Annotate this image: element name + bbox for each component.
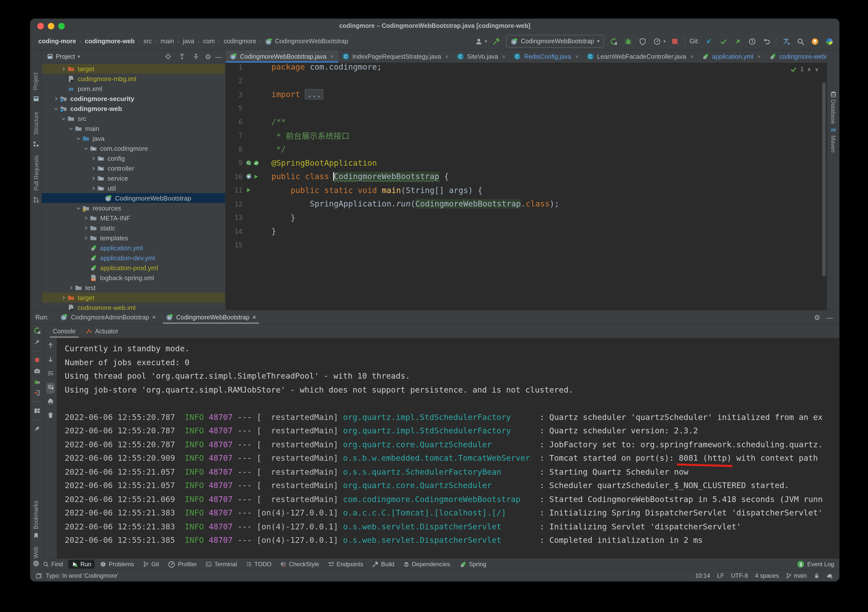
close-tab-icon[interactable]: × [690,53,694,60]
tool-window-button-endpoints[interactable]: Endpoints [325,560,367,569]
close-tab-icon[interactable]: × [330,53,334,60]
tree-chevron-icon[interactable] [75,205,82,211]
tree-chevron-icon[interactable] [67,285,74,291]
tree-item-controller[interactable]: controller [42,163,225,173]
stripe-button-project[interactable]: Project [30,70,41,102]
editor-scrollbar[interactable] [822,83,826,277]
breadcrumb-item[interactable]: codingmore-web [85,38,135,45]
tool-window-button-problems[interactable]: Problems [97,560,138,569]
stripe-button-web[interactable]: Web [30,548,41,567]
tree-item-config[interactable]: config [42,153,225,163]
exit-button[interactable] [34,389,40,396]
translate-button[interactable]: A [782,37,790,45]
stripe-button-structure[interactable]: Structure [30,109,41,147]
close-run-tab-icon[interactable]: × [152,314,156,321]
tool-window-button-run[interactable]: Run [68,560,95,569]
run-line-icon[interactable] [245,187,251,193]
tree-item-main[interactable]: main [42,124,225,133]
run-line-icon[interactable] [253,174,259,179]
stop-process-button[interactable] [34,357,40,363]
console-tab-console[interactable]: Console [49,325,80,338]
tree-item-java[interactable]: java [42,133,225,143]
tree-item-test[interactable]: test [42,283,225,292]
spring-boot-gutter-icon[interactable] [245,173,252,180]
tool-window-button-profiler[interactable]: Profiler [164,559,200,569]
breadcrumb-item[interactable]: src [143,38,152,45]
tree-chevron-icon[interactable] [67,126,74,131]
breadcrumb-item[interactable]: main [161,38,174,45]
tool-window-button-git[interactable]: Git [140,560,163,569]
tree-chevron-icon[interactable] [60,116,67,121]
git-branch-widget[interactable]: main [786,572,807,579]
project-settings-gear-icon[interactable]: ⚙ [205,53,211,60]
tree-item-templates[interactable]: templates [42,233,225,243]
collapse-all-button[interactable] [193,53,199,60]
close-run-tab-icon[interactable]: × [253,314,256,321]
tree-chevron-icon[interactable] [82,235,89,241]
run-settings-gear-icon[interactable]: ⚙ [814,314,820,321]
tree-item-codingmore-security[interactable]: codingmore-security [42,94,225,104]
close-tab-icon[interactable]: × [502,53,506,60]
tree-item-application-yml[interactable]: application.yml [42,243,225,253]
tree-item-pom-xml[interactable]: mpom.xml [42,83,225,94]
prev-problem-icon[interactable]: ∧ [807,66,811,72]
plugin-button[interactable] [825,37,833,45]
tool-window-button-build[interactable]: Build [369,560,398,569]
tree-chevron-icon[interactable] [90,175,97,181]
build-project-icon[interactable] [493,37,500,45]
tree-chevron-icon[interactable] [52,96,59,101]
git-update-button[interactable] [705,37,712,45]
user-chevron-icon[interactable]: ▾ [485,39,487,43]
stop-button[interactable]: 2 [671,37,679,45]
tree-chevron-icon[interactable] [90,165,97,171]
tree-item-codingmore-web-iml[interactable]: codingmore-web.iml [42,303,225,310]
debug-button[interactable] [624,37,632,45]
console-output[interactable]: Currently in standby mode.Number of jobs… [57,338,839,558]
tree-item-logback-spring-xml[interactable]: <>logback-spring.xml [42,273,225,283]
scroll-up-button[interactable] [47,342,54,351]
close-tab-icon[interactable]: × [757,53,761,60]
editor-tab[interactable]: CodingmoreWebBootstrap.java× [226,50,338,63]
maximize-window-button[interactable] [58,23,65,29]
tool-window-button-todo[interactable]: TODO [243,560,275,569]
layout-settings-button[interactable] [34,408,40,414]
breadcrumb-item[interactable]: coding-more [38,38,76,45]
inspections-widget[interactable]: 1 ∧ ∨ [790,66,819,73]
console-tab-actuator[interactable]: Actuator [82,325,122,338]
select-opened-file-button[interactable] [165,53,171,60]
tool-window-button-terminal[interactable]: Terminal [202,560,240,569]
profiler-chevron-icon[interactable]: ▾ [663,39,666,43]
tree-item-codingmorewebbootstrap[interactable]: CodingmoreWebBootstrap [42,193,225,203]
breadcrumb-item[interactable]: codingmore [223,38,256,45]
tree-chevron-icon[interactable] [82,145,89,151]
run-with-coverage-button[interactable] [639,37,646,45]
tree-chevron-icon[interactable] [90,185,97,191]
next-problem-icon[interactable]: ∨ [815,66,819,72]
tree-chevron-icon[interactable] [75,136,82,141]
scroll-to-end-button[interactable] [46,383,54,394]
stripe-button-pull-requests[interactable]: Pull Requests [30,152,41,203]
tree-item-codingmore-mbg-iml[interactable]: codingmore-mbg.iml [42,74,225,83]
tree-item-util[interactable]: util [42,183,225,193]
tree-item-static[interactable]: static [42,223,225,233]
hide-project-panel-icon[interactable]: — [215,53,222,60]
spring-bean-search-icon[interactable] [245,160,252,166]
tree-chevron-icon[interactable] [60,66,67,71]
stripe-button-maven[interactable]: mMaven [827,126,839,153]
history-button[interactable] [748,37,756,45]
editor-tab[interactable]: CLearnWebFacadeController.java× [583,50,698,63]
attach-debugger-button[interactable] [34,379,40,385]
run-button[interactable] [610,37,617,45]
tree-chevron-icon[interactable] [90,156,97,161]
tree-chevron-icon[interactable] [82,215,89,221]
clear-console-button[interactable] [47,411,54,420]
profiler-button[interactable] [653,37,660,45]
run-configuration-select[interactable]: CodingmoreWebBootstrap▾ [506,35,604,48]
stripe-button-bookmarks[interactable]: Bookmarks [30,501,41,539]
run-tab[interactable]: CodingmoreAdminBootstrap× [56,311,161,324]
event-log-widget[interactable]: 3Event Log [797,561,834,568]
tree-chevron-icon[interactable] [82,225,89,230]
soft-wrap-button[interactable] [47,370,54,379]
expand-all-button[interactable] [179,53,185,60]
tree-chevron-icon[interactable] [52,106,59,111]
